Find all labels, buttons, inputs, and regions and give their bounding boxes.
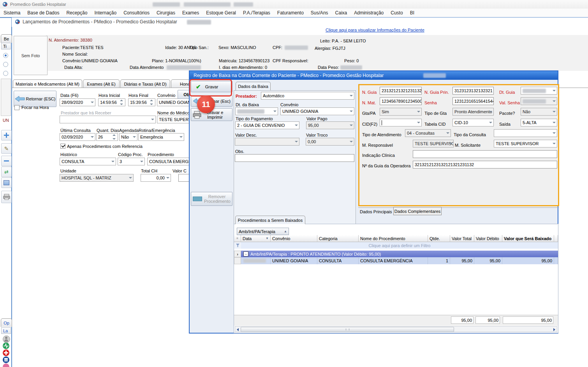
quant-dias-spinner[interactable]: 26 [96,133,118,141]
m-solicitante-combo[interactable]: TESTE SUPERVISOR [494,140,557,148]
calculator-icon[interactable] [3,356,9,363]
group-by-box[interactable]: Amb/Int/PA/Terapia ▲ [237,228,289,235]
gta-pa-combo[interactable]: Sim [380,108,422,116]
tipo-atendimento-combo[interactable]: 04 - Consultas [405,129,451,137]
menu-consultorios[interactable]: Consultórios [120,9,153,16]
hora-inicial-spinner[interactable]: 14:59:56 [98,98,125,106]
col-header-valor-total[interactable]: Valor Total [450,235,474,242]
obs-input[interactable] [235,154,354,162]
remove-icon[interactable] [1,156,12,166]
pink-icon[interactable] [3,363,9,367]
edit-pencil-icon[interactable]: ✎ [1,143,12,154]
tab-dados-da-baixa[interactable]: Dados da Baixa [236,82,271,90]
user-icon[interactable] [3,335,10,343]
col-header-qtde[interactable]: Qtde. [428,235,450,242]
spinner-arrows-icon[interactable] [113,134,117,140]
menu-recepcao[interactable]: Recepção [63,9,91,16]
valor-troco-combo[interactable]: 0,00 [306,138,354,146]
collapse-icon[interactable]: − [243,251,248,256]
col-header-convenio[interactable]: Convênio [271,235,317,242]
tab-dados-complementares[interactable]: Dados Complementares [393,207,442,215]
scrollbar-thumb[interactable] [241,327,454,332]
cell-nome-procedimento[interactable]: CONSULTA EMERGÊNCIA [359,257,428,264]
valor-desc-combo[interactable] [235,138,299,146]
transfer-arrows-icon[interactable]: ⇄ [1,167,12,177]
menu-bi[interactable]: BI [407,9,418,16]
valor-pago-combo[interactable]: 95,00 [306,121,354,129]
sidebar-tab-bottom[interactable]: Op [1,318,12,327]
menu-internacao[interactable]: Internação [91,9,120,16]
cid-combo[interactable] [380,119,422,126]
dlg-convenio-combo[interactable]: UNIMED GOIANIA [280,107,354,115]
tab-exames[interactable]: Exames (Alt E) [83,79,120,88]
cell-qtde[interactable]: 1 [428,257,450,264]
group-row[interactable]: − Amb/Int/PA/Terapia : PRONTO ATENDIMENT… [241,251,558,257]
prestador-combo[interactable]: Automático [261,92,354,100]
col-header-categoria[interactable]: Categoria [317,235,359,242]
n-guia-operadora-input[interactable]: 3213212123132121321231132 [413,161,557,169]
horizontal-scrollbar[interactable] [235,326,557,332]
tipo-pagamento-combo[interactable]: 2 - GUIA DE CONVENIO [235,121,299,129]
tipo-consulta-combo[interactable] [494,129,557,137]
menu-custo[interactable]: Custo [387,9,406,16]
cell-valor-baixado[interactable]: 95,00 [502,257,554,264]
indicacao-clinica-input[interactable] [413,150,557,158]
ultima-consulta-combo[interactable]: 02/09/2020 [60,133,95,141]
menu-administracao[interactable]: Administração [350,9,387,16]
col-header-data[interactable]: Data▼ [241,235,271,242]
pulse-icon[interactable] [3,342,9,349]
m-responsavel-combo[interactable]: TESTE SUPERVISOR [413,140,454,148]
tab-materiais-medicamentos[interactable]: Materiais e Medicamentos (Alt M) [13,79,82,88]
sidebar-radio-3[interactable] [3,71,8,76]
val-senha-combo[interactable] [521,97,557,105]
codigo-proc-combo[interactable]: 3 [118,158,145,165]
tipo-gta-combo[interactable]: Pronto Atendimento [452,108,494,116]
scroll-right-icon[interactable] [553,328,555,331]
scroll-left-icon[interactable] [237,328,239,331]
menu-caixa[interactable]: Caixa [332,9,351,16]
cell-categoria[interactable]: CONSULTA [317,257,359,264]
menu-sistema[interactable]: Sistema [0,9,24,16]
n-guia-input[interactable]: 23132121321231132 [380,87,422,95]
menu-base-de-dados[interactable]: Base de Dados [24,9,63,16]
sidebar-radio-2[interactable] [3,62,8,67]
filter-row-icon-cell[interactable] [234,242,241,249]
col-header-nome-procedimento[interactable]: Nome do Procedimento [359,235,428,242]
historico-combo[interactable]: CONSULTA [60,158,116,165]
data-f6-combo[interactable]: 28/09/2020 [60,98,95,106]
grid-icon[interactable] [1,177,12,188]
n-mat-input[interactable]: 12345678901234500 [380,97,422,105]
prestador-receber-combo[interactable] [60,116,156,123]
focar-na-hora-checkbox[interactable] [14,105,19,110]
dt-guia-combo[interactable] [521,87,557,95]
row-selector-cell[interactable] [234,257,241,264]
sidebar-tab-top[interactable]: Be [1,34,12,43]
sidebar-radio-1[interactable] [3,53,8,58]
col-header-valor-baixado[interactable]: Valor que Será Baixado [502,235,554,242]
pacote-combo[interactable]: Não [521,108,557,116]
spinner-arrows-icon[interactable] [120,100,124,105]
filter-row[interactable]: Clique aqui para definir um Filtro [241,242,558,249]
menu-sus-ans[interactable]: Sus/Ans [307,9,332,16]
menu-exames[interactable]: Exames [179,9,202,16]
printer-icon[interactable] [1,191,12,203]
cell-data[interactable] [241,257,271,264]
unidade-combo[interactable]: HOSPITAL SQL - MATRIZ [60,174,134,182]
remover-procedimento-button[interactable]: Remover Procedimento [191,192,232,206]
menu-pa-terapias[interactable]: P.A./Terapias [239,9,274,16]
apenas-referencia-checkbox[interactable] [60,144,65,149]
add-icon[interactable] [1,130,12,140]
spinner-arrows-icon[interactable] [150,100,154,105]
tab-diarias-taxas[interactable]: Diárias e Taxas (Alt D) [120,79,170,88]
menu-cirurgias[interactable]: Cirurgias [153,9,179,16]
total-ch-combo[interactable]: 0,00 [141,174,171,182]
menu-estoque-geral[interactable]: Estoque Geral [202,9,239,16]
retornar-esc-button[interactable]: Retornar (ESC) [14,91,56,107]
hora-final-spinner[interactable]: 15:39:56 [128,98,155,106]
rotina-emergencia-combo[interactable]: Emergência [138,133,184,141]
tab-dados-principais[interactable]: Dados Principais [360,209,392,214]
patient-info-link[interactable]: Clique aqui para visualizar Informações … [326,28,424,33]
cell-convenio[interactable]: UNIMED GOIANIA [271,257,317,264]
emergency-cross-icon[interactable] [3,349,9,356]
saida-combo[interactable]: 5-ALTA [521,119,557,126]
